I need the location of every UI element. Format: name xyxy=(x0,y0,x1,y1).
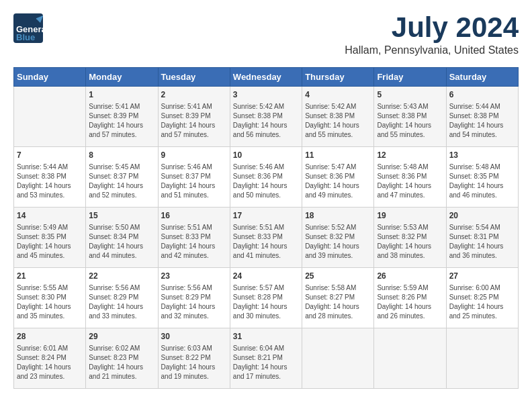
calendar-cell: 14Sunrise: 5:49 AMSunset: 8:35 PMDayligh… xyxy=(14,208,86,268)
day-info-line: and 21 minutes. xyxy=(89,372,154,381)
calendar-table: SundayMondayTuesdayWednesdayThursdayFrid… xyxy=(13,67,519,389)
calendar-cell: 17Sunrise: 5:51 AMSunset: 8:33 PMDayligh… xyxy=(230,208,302,268)
day-info-line: Sunrise: 5:46 AM xyxy=(233,163,299,172)
week-row-4: 21Sunrise: 5:55 AMSunset: 8:30 PMDayligh… xyxy=(14,268,519,328)
day-number: 22 xyxy=(89,271,154,282)
day-info-line: Sunrise: 6:04 AM xyxy=(233,344,299,353)
day-info-line: Daylight: 14 hours xyxy=(89,363,154,372)
day-info-line: Daylight: 14 hours xyxy=(377,242,443,251)
calendar-cell xyxy=(14,87,86,147)
day-number: 11 xyxy=(305,150,371,161)
day-info-line: Sunset: 8:33 PM xyxy=(233,232,299,242)
logo-icon: General Blue xyxy=(13,13,43,43)
day-number: 8 xyxy=(89,150,154,161)
day-info-line: Sunset: 8:29 PM xyxy=(89,293,154,302)
day-number: 20 xyxy=(449,210,515,222)
day-info-line: Sunrise: 5:53 AM xyxy=(377,223,443,232)
day-info-line: and 49 minutes. xyxy=(305,191,371,200)
day-info-line: Sunset: 8:25 PM xyxy=(449,293,515,302)
day-info-line: Daylight: 14 hours xyxy=(89,121,154,130)
day-info-line: Daylight: 14 hours xyxy=(233,302,299,312)
header-wednesday: Wednesday xyxy=(230,68,302,87)
day-info-line: Sunset: 8:36 PM xyxy=(233,172,299,181)
day-number: 19 xyxy=(377,210,443,222)
calendar-cell: 22Sunrise: 5:56 AMSunset: 8:29 PMDayligh… xyxy=(86,268,158,328)
day-info-line: Sunrise: 6:00 AM xyxy=(449,283,515,293)
calendar-cell: 29Sunrise: 6:02 AMSunset: 8:23 PMDayligh… xyxy=(86,328,158,389)
calendar-cell: 30Sunrise: 6:03 AMSunset: 8:22 PMDayligh… xyxy=(158,328,230,389)
logo: General Blue xyxy=(13,13,43,43)
calendar-cell: 10Sunrise: 5:46 AMSunset: 8:36 PMDayligh… xyxy=(230,147,302,208)
day-info-line: Daylight: 14 hours xyxy=(17,181,83,191)
day-info-line: Sunrise: 5:47 AM xyxy=(305,163,371,172)
day-info-line: Daylight: 14 hours xyxy=(305,242,371,251)
day-info-line: Sunset: 8:35 PM xyxy=(17,232,83,242)
day-info-line: Sunrise: 5:46 AM xyxy=(161,163,227,172)
calendar-cell: 6Sunrise: 5:44 AMSunset: 8:38 PMDaylight… xyxy=(446,87,518,147)
day-info-line: Sunset: 8:26 PM xyxy=(377,293,443,302)
calendar-cell: 15Sunrise: 5:50 AMSunset: 8:34 PMDayligh… xyxy=(86,208,158,268)
day-info-line: Sunset: 8:29 PM xyxy=(161,293,227,302)
day-info-line: Daylight: 14 hours xyxy=(161,363,227,372)
month-year: July 2024 xyxy=(345,13,519,42)
day-number: 18 xyxy=(305,210,371,222)
calendar-cell: 11Sunrise: 5:47 AMSunset: 8:36 PMDayligh… xyxy=(302,147,374,208)
day-info-line: Daylight: 14 hours xyxy=(17,302,83,312)
day-info-line: Sunset: 8:23 PM xyxy=(89,353,154,363)
day-info-line: Sunrise: 5:58 AM xyxy=(305,283,371,293)
day-info-line: Daylight: 14 hours xyxy=(233,242,299,251)
day-info-line: and 45 minutes. xyxy=(17,251,83,261)
calendar-cell: 13Sunrise: 5:48 AMSunset: 8:35 PMDayligh… xyxy=(446,147,518,208)
day-number: 27 xyxy=(449,271,515,282)
day-info-line: Sunrise: 5:43 AM xyxy=(377,102,443,111)
day-info-line: and 38 minutes. xyxy=(377,251,443,261)
week-row-5: 28Sunrise: 6:01 AMSunset: 8:24 PMDayligh… xyxy=(14,328,519,389)
day-number: 25 xyxy=(305,271,371,282)
day-info-line: Daylight: 14 hours xyxy=(305,121,371,130)
day-info-line: Sunset: 8:39 PM xyxy=(161,111,227,121)
day-info-line: and 26 minutes. xyxy=(377,312,443,321)
day-info-line: and 53 minutes. xyxy=(17,191,83,200)
day-info-line: and 32 minutes. xyxy=(161,312,227,321)
day-number: 16 xyxy=(161,210,227,222)
day-info-line: and 46 minutes. xyxy=(449,191,515,200)
calendar-cell: 3Sunrise: 5:42 AMSunset: 8:38 PMDaylight… xyxy=(230,87,302,147)
day-info-line: Sunrise: 5:51 AM xyxy=(161,223,227,232)
day-info-line: Daylight: 14 hours xyxy=(449,121,515,130)
day-info-line: Daylight: 14 hours xyxy=(233,363,299,372)
day-info-line: and 23 minutes. xyxy=(17,372,83,381)
day-info-line: Daylight: 14 hours xyxy=(233,181,299,191)
day-number: 21 xyxy=(17,271,83,282)
calendar-cell: 16Sunrise: 5:51 AMSunset: 8:33 PMDayligh… xyxy=(158,208,230,268)
day-info-line: Sunrise: 5:51 AM xyxy=(233,223,299,232)
day-number: 6 xyxy=(449,89,515,101)
day-info-line: Sunset: 8:37 PM xyxy=(89,172,154,181)
day-info-line: Sunrise: 5:41 AM xyxy=(89,102,154,111)
day-info-line: Daylight: 14 hours xyxy=(89,302,154,312)
calendar-cell: 31Sunrise: 6:04 AMSunset: 8:21 PMDayligh… xyxy=(230,328,302,389)
day-number: 26 xyxy=(377,271,443,282)
day-info-line: Sunrise: 6:01 AM xyxy=(17,344,83,353)
day-number: 12 xyxy=(377,150,443,161)
day-number: 15 xyxy=(89,210,154,222)
calendar-cell: 4Sunrise: 5:42 AMSunset: 8:38 PMDaylight… xyxy=(302,87,374,147)
day-number: 10 xyxy=(233,150,299,161)
day-info-line: Sunset: 8:38 PM xyxy=(377,111,443,121)
day-info-line: and 36 minutes. xyxy=(449,251,515,261)
calendar-cell: 7Sunrise: 5:44 AMSunset: 8:38 PMDaylight… xyxy=(14,147,86,208)
header-friday: Friday xyxy=(374,68,446,87)
header-thursday: Thursday xyxy=(302,68,374,87)
day-number: 14 xyxy=(17,210,83,222)
day-info-line: Sunset: 8:22 PM xyxy=(161,353,227,363)
day-number: 7 xyxy=(17,150,83,161)
header-monday: Monday xyxy=(86,68,158,87)
day-info-line: Daylight: 14 hours xyxy=(377,121,443,130)
day-info-line: and 42 minutes. xyxy=(161,251,227,261)
calendar-header-row: SundayMondayTuesdayWednesdayThursdayFrid… xyxy=(14,68,519,87)
day-number: 1 xyxy=(89,89,154,101)
day-number: 29 xyxy=(89,331,154,342)
header-tuesday: Tuesday xyxy=(158,68,230,87)
day-info-line: Sunrise: 6:03 AM xyxy=(161,344,227,353)
day-info-line: Daylight: 14 hours xyxy=(449,302,515,312)
calendar-cell: 9Sunrise: 5:46 AMSunset: 8:37 PMDaylight… xyxy=(158,147,230,208)
